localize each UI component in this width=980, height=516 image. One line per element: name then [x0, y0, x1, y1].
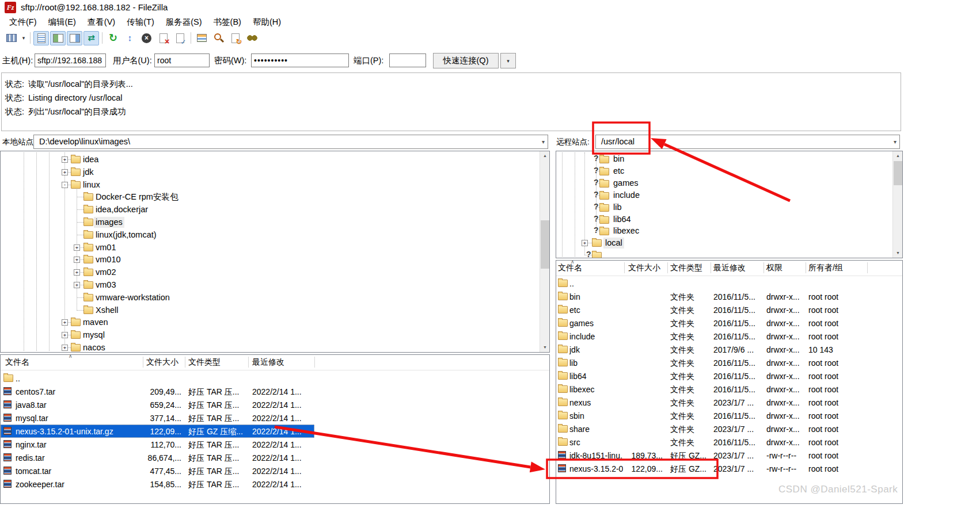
file-row[interactable]: .. [1, 372, 549, 385]
local-site-combobox[interactable]: D:\develop\linux\images\ ▾ [33, 135, 548, 149]
file-row[interactable]: redis.tar86,674,...好压 TAR 压...2022/2/14 … [1, 451, 549, 464]
quickconnect-button[interactable]: 快速连接(Q) [433, 53, 499, 68]
column-separator[interactable] [806, 262, 806, 273]
tree-expander-icon[interactable]: - [62, 182, 68, 188]
chevron-down-icon[interactable]: ▾ [542, 135, 545, 148]
tree-expander-icon[interactable]: + [62, 332, 68, 338]
tree-item[interactable]: ?include [556, 189, 902, 201]
file-row[interactable]: share文件夹2023/1/7 ...drwxr-x...root root [556, 422, 902, 435]
menu-item-6[interactable]: 帮助(H) [247, 15, 287, 29]
tree-item[interactable]: -linux [1, 179, 549, 191]
column-separator[interactable] [764, 262, 764, 273]
file-row[interactable]: centos7.tar209,49...好压 TAR 压...2022/2/14… [1, 385, 549, 398]
toggle-transfer-queue-icon[interactable]: ⇄ [83, 31, 99, 45]
process-queue-icon[interactable]: ↕ [122, 31, 138, 45]
column-header[interactable]: 最近修改 [252, 357, 284, 368]
tree-expander-icon[interactable]: + [74, 244, 80, 251]
file-row[interactable]: lib64文件夹2016/11/5...drwxr-x...root root [556, 369, 902, 383]
tree-expander-icon[interactable]: + [582, 240, 588, 246]
column-separator[interactable] [248, 357, 249, 368]
file-row[interactable]: nexus文件夹2023/1/7 ...drwxr-x...root root [556, 396, 902, 409]
file-row[interactable]: libexec文件夹2016/11/5...drwxr-x...root roo… [556, 383, 902, 396]
file-row[interactable]: mysql.tar377,14...好压 TAR 压...2022/2/14 1… [1, 411, 549, 425]
tree-expander-icon[interactable]: + [62, 169, 68, 175]
column-header[interactable]: 权限 [766, 263, 783, 273]
toggle-local-tree-icon[interactable] [50, 31, 66, 45]
tree-item[interactable]: +mysql [1, 329, 549, 341]
tree-expander-icon[interactable]: + [62, 345, 68, 351]
file-row[interactable]: tomcat.tar477,45...好压 TAR 压...2022/2/14 … [1, 464, 549, 477]
file-row[interactable]: nexus-3.15.2-01-unix.tar.gz122,09...好压 G… [1, 425, 549, 438]
synchronized-browsing-icon[interactable]: ↻ [227, 31, 243, 45]
column-separator[interactable] [624, 262, 625, 273]
tree-item[interactable]: ?games [556, 177, 902, 189]
menu-item-0[interactable]: 文件(F) [3, 15, 43, 29]
tree-expander-icon[interactable]: + [74, 282, 80, 288]
file-row[interactable]: .. [556, 277, 902, 290]
menu-item-3[interactable]: 传输(T) [121, 15, 160, 29]
column-separator[interactable] [143, 357, 143, 368]
password-input[interactable]: •••••••••• [251, 53, 349, 67]
reconnect-icon[interactable]: ✓ [172, 31, 188, 45]
column-separator[interactable] [667, 262, 668, 273]
file-row[interactable]: nexus-3.15.2-0...122,09...好压 GZ...2023/1… [556, 462, 902, 475]
tree-item[interactable]: ?lib [556, 201, 902, 213]
tree-expander-icon[interactable]: + [62, 319, 68, 326]
tree-item[interactable]: idea,dockerjar [1, 204, 549, 216]
port-input[interactable] [389, 53, 426, 67]
file-row[interactable]: jdk-8u151-linu...189,73...好压 GZ...2023/1… [556, 449, 902, 462]
menu-item-1[interactable]: 编辑(E) [43, 15, 82, 29]
column-separator[interactable] [867, 262, 868, 273]
tree-item[interactable]: +local [556, 237, 902, 249]
tree-item[interactable]: ?etc [556, 165, 902, 177]
file-row[interactable]: java8.tar659,24...好压 TAR 压...2022/2/14 1… [1, 398, 549, 411]
toggle-remote-tree-icon[interactable] [67, 31, 82, 45]
host-input[interactable]: sftp://192.168.188 [35, 53, 106, 67]
site-manager-icon[interactable] [3, 31, 19, 45]
tree-item[interactable]: +idea [1, 154, 549, 166]
file-row[interactable]: zookeeper.tar154,85...好压 TAR 压...2022/2/… [1, 477, 549, 491]
tree-item[interactable]: vmware-workstation [1, 292, 549, 304]
find-files-icon[interactable] [211, 31, 226, 45]
file-row[interactable]: etc文件夹2016/11/5...drwxr-x...root root [556, 303, 902, 316]
file-row[interactable]: sbin文件夹2016/11/5...drwxr-x...root root [556, 409, 902, 422]
tree-item[interactable]: +maven [1, 316, 549, 328]
username-input[interactable]: root [154, 53, 210, 67]
tree-item[interactable]: ?libexec [556, 225, 902, 237]
column-header[interactable]: 文件类型 [670, 263, 702, 273]
menu-item-4[interactable]: 服务器(S) [160, 15, 208, 29]
tree-item[interactable]: ?lib64 [556, 213, 902, 225]
tree-expander-icon[interactable]: + [74, 257, 80, 263]
tree-item[interactable]: +vm010 [1, 254, 549, 266]
file-row[interactable]: include文件夹2016/11/5...drwxr-x...root roo… [556, 330, 902, 343]
tree-item[interactable]: +vm03 [1, 279, 549, 291]
file-row[interactable]: src文件夹2016/11/5...drwxr-x...root root [556, 435, 902, 449]
filter-icon[interactable] [194, 31, 210, 45]
toggle-message-log-icon[interactable] [33, 31, 49, 45]
refresh-icon[interactable]: ↻ [105, 31, 121, 45]
column-header[interactable]: 文件类型 [188, 357, 221, 368]
column-separator[interactable] [185, 357, 185, 368]
tree-item[interactable]: +vm01 [1, 242, 549, 254]
tree-item[interactable]: images [1, 216, 549, 228]
remote-site-combobox[interactable]: /usr/local ▾ [595, 135, 900, 149]
cancel-icon[interactable]: × [139, 31, 154, 45]
tree-item[interactable]: linux(jdk,tomcat) [1, 229, 549, 241]
directory-comparison-icon[interactable] [244, 31, 260, 45]
site-manager-dropdown-icon[interactable]: ▾ [20, 31, 28, 45]
column-separator[interactable] [711, 262, 711, 273]
file-row[interactable]: bin文件夹2016/11/5...drwxr-x...root root [556, 290, 902, 303]
tree-item[interactable]: +vm02 [1, 266, 549, 278]
tree-item[interactable]: Docker-CE rpm安装包 [1, 191, 549, 203]
column-header[interactable]: 文件大小 [146, 357, 178, 368]
quickconnect-dropdown-icon[interactable]: ▾ [500, 53, 516, 68]
column-header[interactable]: 最近修改 [713, 263, 746, 273]
file-row[interactable]: nginx.tar112,70...好压 TAR 压...2022/2/14 1… [1, 438, 549, 451]
column-separator[interactable] [314, 357, 315, 368]
tree-item[interactable]: +jdk [1, 166, 549, 178]
menu-item-2[interactable]: 查看(V) [82, 15, 121, 29]
disconnect-icon[interactable]: × [155, 31, 171, 45]
file-row[interactable]: games文件夹2016/11/5...drwxr-x...root root [556, 316, 902, 330]
column-header[interactable]: 文件名 [558, 263, 582, 273]
chevron-down-icon[interactable]: ▾ [894, 135, 897, 148]
